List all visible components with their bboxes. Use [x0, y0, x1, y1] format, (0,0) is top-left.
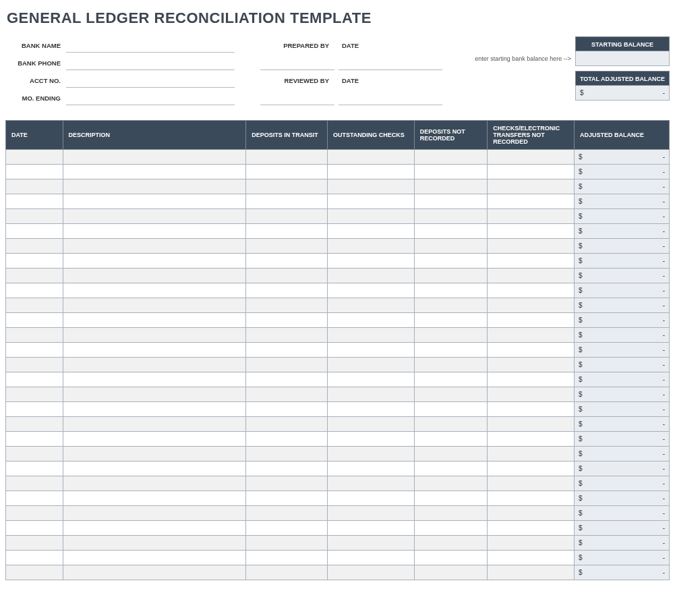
- table-cell[interactable]: [63, 313, 246, 328]
- table-cell[interactable]: [63, 417, 246, 432]
- table-cell[interactable]: [327, 536, 414, 551]
- table-cell[interactable]: [327, 224, 414, 239]
- table-cell[interactable]: [414, 402, 488, 417]
- table-cell[interactable]: [414, 254, 488, 269]
- table-cell[interactable]: [63, 372, 246, 387]
- table-cell[interactable]: [414, 194, 488, 209]
- table-cell[interactable]: [414, 313, 488, 328]
- table-cell[interactable]: [6, 402, 63, 417]
- table-cell[interactable]: [246, 194, 328, 209]
- table-cell[interactable]: [246, 179, 328, 194]
- table-cell[interactable]: [488, 343, 575, 358]
- table-cell[interactable]: [6, 491, 63, 506]
- table-cell[interactable]: [327, 358, 414, 372]
- table-cell[interactable]: [488, 372, 575, 387]
- table-cell[interactable]: [246, 387, 328, 402]
- table-cell[interactable]: [246, 521, 328, 536]
- table-cell[interactable]: [488, 298, 575, 313]
- table-cell[interactable]: [414, 521, 488, 536]
- table-cell[interactable]: [488, 432, 575, 447]
- table-cell[interactable]: [327, 387, 414, 402]
- table-cell[interactable]: [414, 536, 488, 551]
- table-cell[interactable]: [414, 179, 488, 194]
- table-cell[interactable]: [246, 402, 328, 417]
- table-cell[interactable]: [327, 194, 414, 209]
- table-cell[interactable]: [488, 150, 575, 165]
- table-cell[interactable]: [414, 328, 488, 343]
- reviewed-by-input[interactable]: [260, 90, 334, 105]
- table-cell[interactable]: [488, 165, 575, 179]
- table-cell[interactable]: [6, 565, 63, 580]
- table-cell[interactable]: [246, 491, 328, 506]
- table-cell[interactable]: [63, 343, 246, 358]
- table-cell[interactable]: [6, 209, 63, 224]
- table-cell[interactable]: [488, 328, 575, 343]
- table-cell[interactable]: [414, 150, 488, 165]
- table-cell[interactable]: [63, 283, 246, 298]
- table-cell[interactable]: [6, 343, 63, 358]
- table-cell[interactable]: [6, 269, 63, 283]
- table-cell[interactable]: [414, 165, 488, 179]
- table-cell[interactable]: [246, 224, 328, 239]
- table-cell[interactable]: [246, 239, 328, 254]
- table-cell[interactable]: [6, 521, 63, 536]
- table-cell[interactable]: [327, 165, 414, 179]
- table-cell[interactable]: [327, 283, 414, 298]
- table-cell[interactable]: [327, 402, 414, 417]
- table-cell[interactable]: [488, 491, 575, 506]
- table-cell[interactable]: [246, 447, 328, 461]
- table-cell[interactable]: [63, 491, 246, 506]
- table-cell[interactable]: [488, 194, 575, 209]
- table-cell[interactable]: [488, 417, 575, 432]
- table-cell[interactable]: [414, 224, 488, 239]
- table-cell[interactable]: [6, 150, 63, 165]
- table-cell[interactable]: [246, 343, 328, 358]
- table-cell[interactable]: [63, 521, 246, 536]
- table-cell[interactable]: [6, 461, 63, 476]
- table-cell[interactable]: [63, 269, 246, 283]
- table-cell[interactable]: [327, 298, 414, 313]
- prepared-date-input[interactable]: [339, 55, 442, 70]
- table-cell[interactable]: [488, 402, 575, 417]
- table-cell[interactable]: [488, 283, 575, 298]
- table-cell[interactable]: [246, 313, 328, 328]
- table-cell[interactable]: [246, 209, 328, 224]
- table-cell[interactable]: [63, 461, 246, 476]
- table-cell[interactable]: [63, 402, 246, 417]
- table-cell[interactable]: [327, 476, 414, 491]
- table-cell[interactable]: [327, 491, 414, 506]
- table-cell[interactable]: [6, 447, 63, 461]
- table-cell[interactable]: [414, 461, 488, 476]
- table-cell[interactable]: [246, 565, 328, 580]
- table-cell[interactable]: [246, 254, 328, 269]
- table-cell[interactable]: [327, 150, 414, 165]
- table-cell[interactable]: [327, 551, 414, 565]
- table-cell[interactable]: [414, 491, 488, 506]
- table-cell[interactable]: [246, 432, 328, 447]
- table-cell[interactable]: [327, 209, 414, 224]
- table-cell[interactable]: [414, 343, 488, 358]
- table-cell[interactable]: [414, 476, 488, 491]
- table-cell[interactable]: [63, 506, 246, 521]
- table-cell[interactable]: [246, 358, 328, 372]
- reviewed-date-input[interactable]: [339, 90, 442, 105]
- table-cell[interactable]: [327, 372, 414, 387]
- table-cell[interactable]: [246, 461, 328, 476]
- table-cell[interactable]: [6, 328, 63, 343]
- table-cell[interactable]: [327, 179, 414, 194]
- table-cell[interactable]: [63, 165, 246, 179]
- table-cell[interactable]: [488, 313, 575, 328]
- table-cell[interactable]: [246, 269, 328, 283]
- table-cell[interactable]: [414, 432, 488, 447]
- table-cell[interactable]: [488, 209, 575, 224]
- table-cell[interactable]: [414, 269, 488, 283]
- table-cell[interactable]: [488, 521, 575, 536]
- table-cell[interactable]: [246, 283, 328, 298]
- table-cell[interactable]: [63, 298, 246, 313]
- table-cell[interactable]: [414, 387, 488, 402]
- table-cell[interactable]: [63, 551, 246, 565]
- table-cell[interactable]: [327, 432, 414, 447]
- table-cell[interactable]: [63, 194, 246, 209]
- table-cell[interactable]: [327, 461, 414, 476]
- table-cell[interactable]: [6, 313, 63, 328]
